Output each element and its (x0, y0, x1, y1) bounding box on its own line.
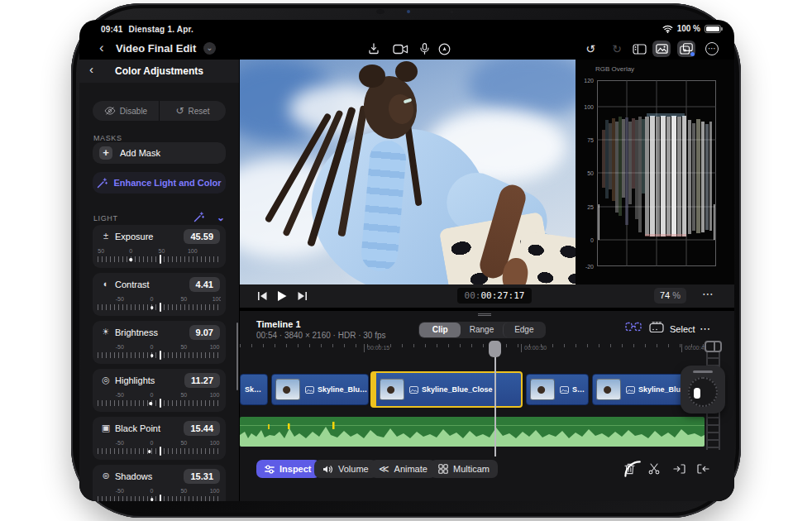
subject-hair-bun (395, 61, 418, 82)
scope-tick: 75 (580, 137, 594, 143)
brightness-icon: ☀ (100, 327, 112, 337)
timeline-drag-handle[interactable] (478, 313, 491, 316)
connect-clips-icon[interactable] (625, 322, 642, 332)
shadows-slider[interactable]: -50 0 50 100 (98, 488, 221, 501)
blade-cut-icon[interactable] (647, 461, 662, 476)
volume-icon (322, 465, 333, 474)
effects-badge-dot (690, 52, 695, 56)
mode-edge[interactable]: Edge (503, 323, 545, 337)
contrast-slider[interactable]: -50 0 50 100 (98, 296, 221, 313)
more-options-icon[interactable]: ⋯ (703, 41, 721, 57)
panel-header: ‹ Color Adjustments (79, 60, 239, 83)
status-bar: 09:41Dienstag 1. Apr. 100 % (79, 20, 734, 38)
timecode-display: 00:00:27:17 (457, 288, 532, 304)
playhead-handle[interactable] (489, 341, 501, 357)
volume-button[interactable]: Volume (314, 460, 377, 478)
timeline-clip[interactable]: Skyline_Blue_Wide (271, 374, 369, 405)
light-collapse-chevron-icon[interactable]: ⌄ (217, 212, 225, 223)
append-clip-icon[interactable] (695, 461, 710, 476)
timeline-ruler[interactable]: 00:00:15 00:00:30 00:00:45 (240, 342, 706, 354)
audio-clip[interactable] (240, 417, 705, 447)
black-point-slider[interactable]: -50 0 50 100 (98, 440, 221, 456)
scope-tick: 120 (580, 78, 594, 84)
insert-clip-icon[interactable] (671, 461, 686, 476)
battery-icon (705, 25, 721, 33)
clip-thumbnail (530, 379, 555, 400)
camera-record-icon[interactable] (391, 41, 409, 57)
scope-tick: -20 (580, 264, 594, 270)
slider-value-field[interactable]: 4.41 (189, 277, 220, 292)
slider-name: Contrast (115, 280, 150, 289)
jog-knob[interactable] (694, 388, 700, 399)
corner-swipe-indicator (619, 456, 646, 482)
slider-value-field[interactable]: 15.31 (184, 469, 220, 484)
panel-scrollbar[interactable] (236, 323, 238, 390)
exposure-slider[interactable]: -50 0 50 100 (98, 248, 221, 265)
ruler-label: 00:00:45 (681, 344, 707, 352)
effects-browser-icon[interactable] (677, 41, 695, 57)
multicam-icon (438, 464, 448, 474)
light-wand-icon[interactable] (193, 212, 204, 222)
ruler-label: 00:00:30 (521, 344, 547, 352)
status-time: 09:41 (101, 25, 123, 34)
browser-panel-icon[interactable] (630, 41, 648, 57)
slider-value-field[interactable]: 15.44 (184, 421, 220, 436)
mode-range[interactable]: Range (461, 323, 502, 337)
microphone-icon[interactable] (415, 41, 433, 57)
picture-icon (626, 386, 635, 394)
enhance-label: Enhance Light and Color (113, 178, 221, 188)
scope-tick: 50 (580, 170, 594, 176)
project-title[interactable]: Video Final Edit (116, 42, 196, 55)
select-tool-label[interactable]: Select (670, 324, 695, 334)
transport-bar: 00:00:27:17 74% ⋯ (240, 284, 734, 308)
black-point-icon: ▣ (100, 423, 112, 433)
play-button[interactable] (275, 289, 289, 303)
select-more-icon[interactable]: ⋯ (700, 323, 711, 335)
brightness-slider[interactable]: -50 0 50 100 (98, 344, 221, 361)
multicam-button[interactable]: Multicam (430, 460, 498, 478)
slider-value-field[interactable]: 9.07 (189, 325, 220, 340)
highlights-slider[interactable]: -50 0 50 100 (98, 392, 221, 409)
redo-icon[interactable]: ↻ (608, 41, 626, 57)
media-library-icon[interactable] (652, 41, 671, 57)
enhance-light-color-button[interactable]: Enhance Light and Color (93, 172, 226, 194)
timeline-clip[interactable]: Sk… (240, 374, 268, 405)
jog-grab-bar[interactable] (693, 370, 713, 373)
picture-icon (305, 386, 314, 394)
eye-off-icon (104, 107, 116, 115)
jog-dial[interactable] (688, 377, 718, 407)
video-preview[interactable] (240, 60, 576, 284)
import-media-icon[interactable] (365, 41, 383, 57)
reset-label: Reset (188, 107, 209, 116)
back-chevron-icon[interactable]: ‹ (99, 39, 104, 57)
playhead-line[interactable] (494, 347, 496, 456)
undo-icon[interactable]: ↺ (581, 41, 599, 57)
panel-title: Color Adjustments (79, 65, 239, 77)
viewer-zoom-level[interactable]: 74% (654, 288, 686, 304)
timeline-clip[interactable]: S… (526, 374, 589, 405)
add-mask-button[interactable]: + Add Mask (93, 142, 226, 164)
slider-value-field[interactable]: 11.27 (184, 373, 220, 388)
mode-clip[interactable]: Clip (419, 323, 461, 337)
reset-button[interactable]: ↺ Reset (159, 101, 226, 121)
title-dropdown-icon[interactable]: ⌄ (203, 42, 216, 55)
animate-button[interactable]: ≪ Animate (370, 460, 436, 478)
slider-black-point: ▣ Black Point 15.44 -50 0 50 100 (93, 417, 226, 460)
clip-thumbnail (380, 379, 404, 400)
shadows-icon: ⊚ (100, 471, 112, 481)
pointer-navigate-icon[interactable] (435, 41, 453, 57)
jog-wheel[interactable] (681, 366, 725, 413)
timeline-meta: 00:54 · 3840 × 2160 · HDR · 30 fps (256, 331, 385, 340)
timeline-name[interactable]: Timeline 1 (256, 319, 301, 329)
slider-value-field[interactable]: 45.59 (184, 229, 220, 244)
inspect-button[interactable]: Inspect (256, 460, 320, 478)
timeline-zoom-thumb[interactable] (705, 341, 722, 352)
previous-frame-icon[interactable] (255, 289, 270, 303)
clip-appearance-icon[interactable] (649, 322, 664, 332)
disable-button[interactable]: Disable (93, 101, 159, 121)
next-frame-icon[interactable] (294, 289, 309, 303)
light-section-label: LIGHT (93, 214, 118, 222)
timeline-clip-selected[interactable]: Skyline_Blue_Close (370, 371, 523, 408)
slider-name: Highlights (115, 375, 155, 385)
viewer-more-icon[interactable]: ⋯ (702, 287, 714, 300)
